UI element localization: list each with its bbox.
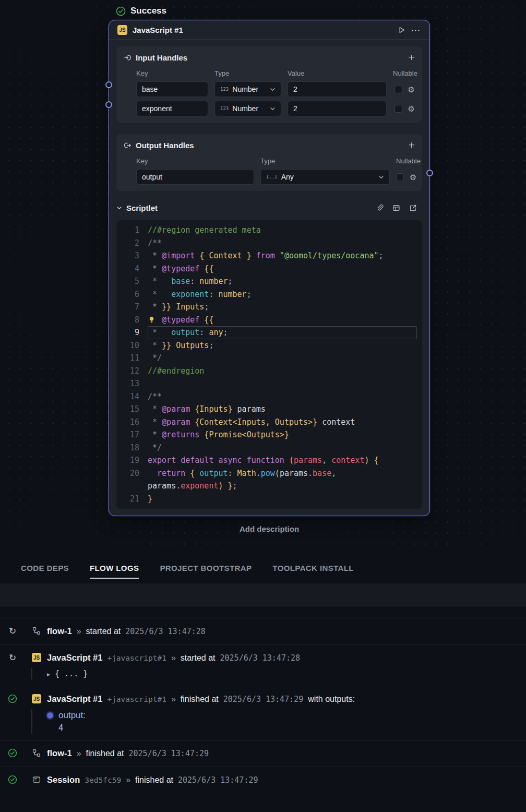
key-input[interactable]: output (136, 169, 254, 185)
code-line[interactable]: 15 * @param {Inputs} params (116, 403, 417, 416)
tab-code-deps[interactable]: CODE DEPS (21, 564, 69, 579)
log-entry[interactable]: flow-1»finished at2025/6/3 13:47:29 (7, 746, 518, 760)
nullable-cell: ⚙ (393, 105, 415, 113)
code-text: /** (148, 237, 417, 250)
twisty-icon[interactable]: ▸ (47, 671, 50, 678)
editor-panel-icon[interactable] (392, 204, 400, 212)
chevron-down-icon[interactable] (116, 205, 122, 211)
attachment-icon[interactable] (376, 204, 384, 212)
input-port-base[interactable] (105, 81, 112, 88)
nullable-checkbox[interactable] (396, 173, 404, 181)
type-select[interactable]: {..}Any (260, 169, 390, 185)
log-separator: » (171, 653, 176, 663)
code-line[interactable]: 20 return { output: Math.pow(params.base… (116, 467, 417, 480)
line-number: 21 (116, 493, 139, 506)
log-panel-toolbar (0, 583, 526, 606)
log-row: ↻JSJavaScript #1+javascript#1»started at… (0, 644, 526, 686)
code-line[interactable]: 19export default async function (params,… (116, 454, 417, 467)
js-icon: JS (31, 694, 42, 703)
input-handles-columns: Key Type Value Nullable (136, 69, 415, 77)
code-line[interactable]: 14/** (116, 390, 417, 403)
add-input-handle-button[interactable]: + (409, 53, 415, 62)
code-editor[interactable]: 1//#region generated meta2/**3 * @import… (116, 220, 422, 509)
nullable-checkbox[interactable] (394, 86, 402, 93)
lightbulb-icon[interactable] (148, 316, 162, 324)
code-text: * @param {Inputs} params (148, 403, 417, 416)
code-line[interactable]: 4 * @typedef {{ (116, 262, 417, 276)
tab-toolpack-install[interactable]: TOOLPACK INSTALL (272, 564, 354, 579)
code-line[interactable]: 17 * @returns {Promise<Outputs>} (116, 428, 417, 441)
run-node-button[interactable] (398, 26, 405, 34)
log-separator: » (77, 749, 81, 758)
log-list: ↻flow-1»started at2025/6/3 13:47:28↻JSJa… (0, 618, 526, 793)
code-line[interactable]: 21} (116, 493, 417, 506)
flow-icon (31, 627, 42, 635)
line-number: 17 (116, 428, 139, 441)
gear-icon[interactable]: ⚙ (410, 173, 416, 181)
code-line[interactable]: params.exponent) }; (116, 480, 417, 493)
code-line[interactable]: 3 * @import { Context } from "@oomol/typ… (116, 249, 417, 262)
log-subtitle: +javascript#1 (107, 695, 166, 703)
key-input[interactable]: exponent (136, 101, 208, 116)
add-description-button[interactable]: Add description (109, 524, 430, 533)
spinner-icon: ↻ (9, 653, 16, 662)
log-entry[interactable]: ↻flow-1»started at2025/6/3 13:47:28 (7, 624, 518, 638)
log-title: JavaScript #1 (47, 653, 102, 663)
node-javascript-1[interactable]: JS JavaScript #1 ⋯ Input Handles + Key T… (109, 20, 430, 516)
open-external-icon[interactable] (409, 204, 417, 212)
input-port-exponent[interactable] (105, 101, 112, 108)
log-entry[interactable]: JSJavaScript #1+javascript#1»finished at… (7, 691, 518, 706)
success-check-icon (116, 6, 126, 16)
input-handle-row: exponent123Number2⚙ (136, 101, 415, 116)
code-line[interactable]: 6 * exponent: number; (116, 288, 417, 301)
code-line[interactable]: 5 * base: number; (116, 275, 417, 288)
code-line[interactable]: 18 */ (116, 441, 417, 455)
code-text: * @import { Context } from "@oomol/types… (148, 249, 417, 262)
line-number: 11 (116, 352, 139, 365)
code-line[interactable]: 7 * }} Inputs; (116, 301, 417, 314)
log-entry[interactable]: ↻JSJavaScript #1+javascript#1»started at… (7, 650, 518, 665)
log-event: finished at (181, 695, 219, 704)
output-port-output[interactable] (426, 170, 433, 176)
nullable-checkbox[interactable] (394, 105, 402, 113)
node-title: JavaScript #1 (133, 26, 392, 34)
type-label: Number (232, 85, 266, 93)
code-line[interactable]: 13 (116, 377, 417, 390)
value-input[interactable]: 2 (288, 101, 387, 116)
type-select[interactable]: 123Number (214, 101, 281, 116)
code-text: export default async function (params, c… (148, 454, 417, 467)
log-entry[interactable]: Session3ed5fc59»finished at2025/6/3 13:4… (7, 772, 518, 787)
add-output-handle-button[interactable]: + (409, 140, 415, 150)
code-line[interactable]: 2/** (116, 237, 417, 250)
run-status: Success (116, 6, 166, 16)
line-number: 9 (116, 326, 139, 339)
nullable-cell: ⚙ (396, 173, 416, 181)
success-icon (7, 748, 18, 758)
value-input[interactable]: 2 (288, 81, 387, 97)
code-line[interactable]: 16 * @param {Context<Inputs, Outputs>} c… (116, 416, 417, 429)
code-line[interactable]: 11 */ (116, 352, 417, 365)
node-menu-button[interactable]: ⋯ (411, 25, 421, 35)
log-text: JavaScript #1+javascript#1»finished at20… (47, 694, 355, 704)
key-input[interactable]: base (136, 81, 208, 97)
log-event: finished at (86, 749, 124, 758)
log-preview[interactable]: ▸{ ... } (31, 668, 518, 679)
node-body: Input Handles + Key Type Value Nullable … (109, 40, 429, 516)
code-line[interactable]: 9 * output: any; (116, 326, 417, 339)
tab-flow-logs[interactable]: FLOW LOGS (90, 564, 139, 579)
flow-icon (31, 749, 42, 757)
gear-icon[interactable]: ⚙ (408, 86, 415, 93)
type-select[interactable]: 123Number (214, 81, 281, 97)
line-number: 8 (116, 314, 139, 327)
gear-icon[interactable]: ⚙ (408, 105, 415, 113)
log-text: Session3ed5fc59»finished at2025/6/3 13:4… (47, 775, 258, 785)
log-separator: » (171, 695, 176, 704)
input-handles-section: Input Handles + Key Type Value Nullable … (116, 46, 422, 123)
output-handle-row: output{..}Any⚙ (136, 169, 415, 185)
code-line[interactable]: 1//#region generated meta (116, 224, 417, 237)
code-line[interactable]: 12//#endregion (116, 365, 417, 378)
code-line[interactable]: 8@typedef {{ (116, 314, 417, 327)
code-line[interactable]: 10 * }} Outputs; (116, 339, 417, 352)
tab-project-bootstrap[interactable]: PROJECT BOOTSTRAP (160, 564, 252, 579)
js-badge: JS (117, 25, 127, 35)
